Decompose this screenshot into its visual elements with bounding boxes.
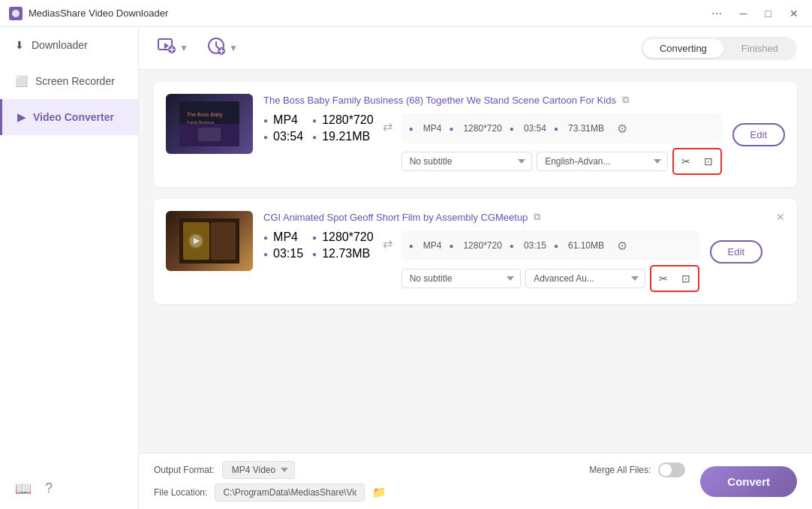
subtitle-select-1[interactable]: No subtitle: [401, 152, 532, 171]
output-top-1: ● MP4 ● 1280*720 ● 03:54 ● 73.31MB ⚙: [401, 113, 722, 143]
format-select[interactable]: MP4 Video: [222, 461, 295, 479]
source-size-2: ● 12.73MB: [312, 247, 374, 261]
trim-icon-1[interactable]: ✂: [675, 151, 696, 172]
output-size-2: 61.10MB: [568, 240, 604, 251]
tab-switcher: Converting Finished: [641, 37, 797, 60]
action-icons-2: ✂ ⊡: [650, 265, 699, 292]
output-format-label: Output Format:: [154, 465, 215, 475]
video-info-2: CGI Animated Spot Geoff Short Film by As…: [263, 211, 699, 292]
output-top-2: ● MP4 ● 1280*720 ● 03:15 ● 61.10MB ⚙: [401, 230, 699, 261]
external-link-icon-1[interactable]: ⧉: [622, 94, 629, 106]
video-card-2: CGI Animated Spot Geoff Short Film by As…: [154, 199, 797, 304]
source-meta-1: ● MP4 ● 03:54: [263, 113, 303, 143]
shuffle-icon-1[interactable]: ⇄: [383, 119, 392, 134]
output-resolution-2: 1280*720: [463, 240, 501, 251]
video-details-row-2: ● MP4 ● 03:15 ● 1280*720: [263, 230, 699, 292]
svg-text:The Boss Baby: The Boss Baby: [187, 112, 223, 118]
downloader-icon: ⬇: [15, 39, 24, 51]
subtitle-select-2[interactable]: No subtitle: [401, 269, 521, 288]
window-controls: ⋯ ─ □ ✕: [707, 6, 803, 21]
video-thumb-2: [166, 211, 253, 271]
thumbnail-1: The Boss Baby Family Business: [166, 94, 253, 154]
content-area: The Boss Baby Family Business The Boss B…: [139, 70, 812, 453]
output-duration-1: 03:54: [524, 123, 546, 134]
video-title-row-1: The Boss Baby Family Business (68) Toget…: [263, 94, 722, 106]
tab-converting[interactable]: Converting: [643, 39, 723, 58]
svg-text:Family Business: Family Business: [187, 120, 215, 125]
menu-button[interactable]: ⋯: [707, 6, 726, 21]
source-size-label-2: 12.73MB: [322, 247, 370, 261]
sidebar-item-label: Screen Recorder: [35, 75, 115, 87]
trim-icon-2[interactable]: ✂: [653, 268, 674, 289]
footer-row: Output Format: MP4 Video Merge All Files…: [154, 461, 685, 501]
main-content: ▼ ▼ Converting Finished: [139, 27, 812, 509]
sidebar-item-downloader[interactable]: ⬇ Downloader: [0, 27, 138, 63]
merge-files-label: Merge All Files:: [589, 465, 651, 475]
video-title-2: CGI Animated Spot Geoff Short Film by As…: [263, 212, 528, 223]
minimize-button[interactable]: ─: [735, 6, 752, 21]
file-location-input[interactable]: [215, 483, 365, 501]
dot: ●: [312, 116, 317, 125]
folder-icon[interactable]: 📁: [372, 486, 386, 499]
output-settings-gear-1[interactable]: ⚙: [612, 118, 633, 139]
source-resolution-1: ● 1280*720: [312, 113, 374, 127]
close-button[interactable]: ✕: [785, 6, 803, 21]
merge-toggle[interactable]: [658, 462, 685, 477]
shuffle-icon-2[interactable]: ⇄: [383, 236, 392, 251]
video-converter-icon: ▶: [17, 111, 26, 123]
audio-select-2[interactable]: Advanced Au...: [525, 269, 645, 288]
dot: ●: [263, 116, 268, 125]
video-title-1: The Boss Baby Family Business (68) Toget…: [263, 95, 616, 106]
source-format-1: ● MP4: [263, 113, 303, 127]
source-duration-1: ● 03:54: [263, 130, 303, 143]
source-duration-label-2: 03:15: [273, 247, 303, 261]
video-card-1: The Boss Baby Family Business The Boss B…: [154, 82, 797, 187]
title-bar-left: MediasShare Video Downloader: [9, 7, 168, 20]
output-format-2: MP4: [423, 240, 442, 251]
source-resolution-2: ● 1280*720: [312, 230, 374, 244]
source-duration-2: ● 03:15: [263, 247, 303, 261]
external-link-icon-2[interactable]: ⧉: [534, 211, 540, 223]
convert-button[interactable]: Convert: [700, 466, 797, 497]
svg-rect-12: [211, 222, 236, 260]
dot: ●: [409, 242, 414, 250]
footer-file-location: File Location: 📁: [154, 483, 685, 501]
source-resolution-label-1: 1280*720: [322, 113, 374, 127]
dot: ●: [312, 250, 317, 258]
thumbnail-2: [166, 211, 253, 271]
footer: Output Format: MP4 Video Merge All Files…: [139, 453, 812, 509]
output-settings-gear-2[interactable]: ⚙: [612, 235, 633, 256]
file-location-label: File Location:: [154, 487, 207, 498]
app-logo: [9, 7, 23, 20]
close-icon-2[interactable]: ✕: [776, 211, 785, 223]
source-duration-label-1: 03:54: [273, 130, 303, 143]
source-meta-2: ● MP4 ● 03:15: [263, 230, 303, 261]
dot: ●: [263, 250, 268, 258]
audio-select-1[interactable]: English-Advan...: [537, 152, 667, 171]
output-duration-2: 03:15: [524, 240, 546, 251]
output-resolution-1: 1280*720: [463, 123, 501, 134]
app-title: MediasShare Video Downloader: [29, 8, 168, 19]
add-video-button[interactable]: ▼: [154, 35, 191, 62]
output-bottom-2: No subtitle Advanced Au... ✂ ⊡: [401, 265, 699, 292]
tab-finished[interactable]: Finished: [725, 39, 795, 58]
output-bottom-1: No subtitle English-Advan... ✂ ⊡: [401, 148, 722, 175]
source-meta-extra-2: ● 1280*720 ● 12.73MB: [312, 230, 374, 261]
sidebar-item-video-converter[interactable]: ▶ Video Converter: [0, 99, 138, 135]
maximize-button[interactable]: □: [761, 6, 776, 21]
help-icon[interactable]: ?: [45, 480, 53, 497]
video-info-1: The Boss Baby Family Business (68) Toget…: [263, 94, 722, 175]
sidebar-item-screen-recorder[interactable]: ⬜ Screen Recorder: [0, 63, 138, 99]
crop-icon-2[interactable]: ⊡: [675, 268, 696, 289]
sidebar-item-label: Video Converter: [33, 111, 114, 123]
edit-button-2[interactable]: Edit: [710, 240, 762, 264]
edit-button-1[interactable]: Edit: [732, 123, 785, 146]
source-resolution-label-2: 1280*720: [322, 230, 374, 244]
dot: ●: [554, 242, 558, 250]
add-convert-button[interactable]: ▼: [203, 35, 241, 62]
source-format-2: ● MP4: [263, 230, 303, 244]
book-icon[interactable]: 📖: [15, 480, 32, 497]
add-video-icon: [157, 36, 176, 60]
toolbar: ▼ ▼ Converting Finished: [139, 27, 812, 70]
crop-icon-1[interactable]: ⊡: [698, 151, 719, 172]
